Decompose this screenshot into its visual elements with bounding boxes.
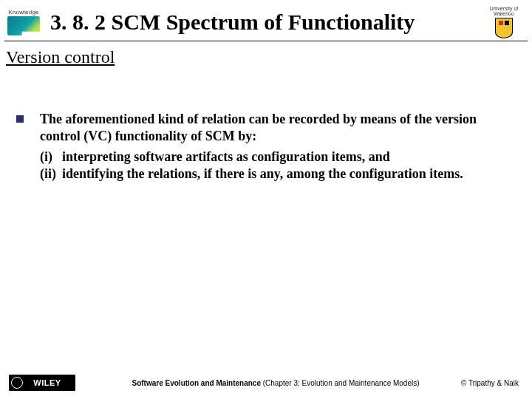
list-item-number: (ii) (40, 166, 62, 183)
knowledge-swoosh-icon (7, 16, 40, 35)
footer-copyright: © Tripathy & Naik (461, 379, 519, 387)
bullet-item: The aforementioned kind of relation can … (13, 111, 510, 144)
slide-title: 3. 8. 2 SCM Spectrum of Functionality (43, 10, 482, 35)
footer-chapter: (Chapter 3: Evolution and Maintenance Mo… (261, 379, 420, 387)
list-item: (i) interpreting software artifacts as c… (40, 149, 510, 166)
wiley-logo: WILEY (9, 375, 75, 391)
footer: WILEY Software Evolution and Maintenance… (0, 372, 532, 393)
header-divider (4, 41, 528, 41)
bullet-text: The aforementioned kind of relation can … (40, 111, 510, 144)
university-label-top: University of (490, 6, 519, 11)
slide: Knowledge 3. 8. 2 SCM Spectrum of Functi… (0, 0, 532, 399)
body-content: The aforementioned kind of relation can … (13, 111, 510, 182)
list-item: (ii) identifying the relations, if there… (40, 166, 510, 183)
university-label-name: Waterloo (494, 11, 514, 16)
list-item-text: interpreting software artifacts as confi… (62, 149, 390, 166)
knowledge-logo-caption: Knowledge (8, 9, 38, 16)
crest-icon (495, 18, 513, 38)
header: Knowledge 3. 8. 2 SCM Spectrum of Functi… (0, 4, 532, 40)
university-logo: University of Waterloo (482, 6, 526, 38)
list-item-number: (i) (40, 149, 62, 166)
section-subtitle: Version control (6, 47, 115, 67)
sublist: (i) interpreting software artifacts as c… (40, 149, 510, 182)
knowledge-logo: Knowledge (4, 7, 43, 37)
square-bullet-icon (16, 115, 24, 123)
footer-center: Software Evolution and Maintenance (Chap… (75, 379, 461, 387)
footer-book-title: Software Evolution and Maintenance (132, 379, 261, 387)
list-item-text: identifying the relations, if there is a… (62, 166, 463, 183)
wiley-logo-text: WILEY (33, 378, 61, 387)
